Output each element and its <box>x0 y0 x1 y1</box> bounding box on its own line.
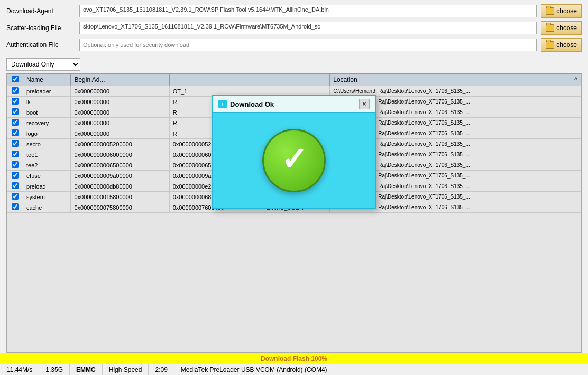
modal-body: ✓ <box>213 113 375 208</box>
folder-icon-2 <box>546 24 554 32</box>
download-agent-choose-button[interactable]: choose <box>541 4 582 18</box>
modal-small-icon: i <box>218 100 227 108</box>
choose-label-2: choose <box>556 24 577 32</box>
status-speed: 11.44M/s <box>0 364 39 375</box>
progress-bar: Download Flash 100% <box>0 353 588 364</box>
scatter-loading-input[interactable]: sktop\Lenovo_XT1706_S135_1611081811_V2.3… <box>79 22 537 34</box>
scatter-loading-label: Scatter-loading File <box>6 24 75 32</box>
modal-title-left: i Download Ok <box>218 100 274 108</box>
controls-row: Download Only Firmware Upgrade Format On… <box>0 56 588 73</box>
download-agent-row: Download-Agent ovo_XT1706_S135_161108181… <box>6 4 582 18</box>
auth-file-row: Authentication File choose <box>6 38 582 52</box>
status-device: MediaTek PreLoader USB VCOM (Android) (C… <box>174 364 588 375</box>
scatter-loading-choose-button[interactable]: choose <box>541 21 582 35</box>
scatter-loading-row: Scatter-loading File sktop\Lenovo_XT1706… <box>6 21 582 35</box>
download-mode-dropdown[interactable]: Download Only Firmware Upgrade Format On… <box>6 58 80 71</box>
modal-titlebar: i Download Ok × <box>213 96 375 113</box>
status-time: 2:09 <box>149 364 174 375</box>
auth-file-label: Authentication File <box>6 41 75 49</box>
status-connection: High Speed <box>103 364 149 375</box>
choose-label-1: choose <box>556 7 577 15</box>
download-agent-input[interactable]: ovo_XT1706_S135_1611081811_V2.39.1_ROW\S… <box>79 5 537 17</box>
status-bar: Download Flash 100% 11.44M/s 1.35G EMMC … <box>0 353 588 375</box>
top-section: Download-Agent ovo_XT1706_S135_161108181… <box>0 0 588 56</box>
choose-label-3: choose <box>556 41 577 49</box>
download-agent-label: Download-Agent <box>6 7 75 15</box>
status-size: 1.35G <box>39 364 70 375</box>
download-ok-dialog: i Download Ok × ✓ <box>212 95 376 209</box>
app-window: Download-Agent ovo_XT1706_S135_161108181… <box>0 0 588 375</box>
checkmark-icon: ✓ <box>281 144 307 175</box>
modal-title-text: Download Ok <box>230 100 274 108</box>
modal-overlay: i Download Ok × ✓ <box>7 73 581 352</box>
folder-icon-1 <box>546 7 554 15</box>
success-circle: ✓ <box>262 129 326 192</box>
status-storage: EMMC <box>70 364 103 375</box>
status-items: 11.44M/s 1.35G EMMC High Speed 2:09 Medi… <box>0 364 588 375</box>
main-table-area: Name Begin Ad... Location ^ preloader 0x… <box>6 73 582 353</box>
folder-icon-3 <box>546 41 554 49</box>
auth-file-choose-button[interactable]: choose <box>541 38 582 52</box>
auth-file-input[interactable] <box>79 39 537 51</box>
modal-close-button[interactable]: × <box>359 99 370 109</box>
